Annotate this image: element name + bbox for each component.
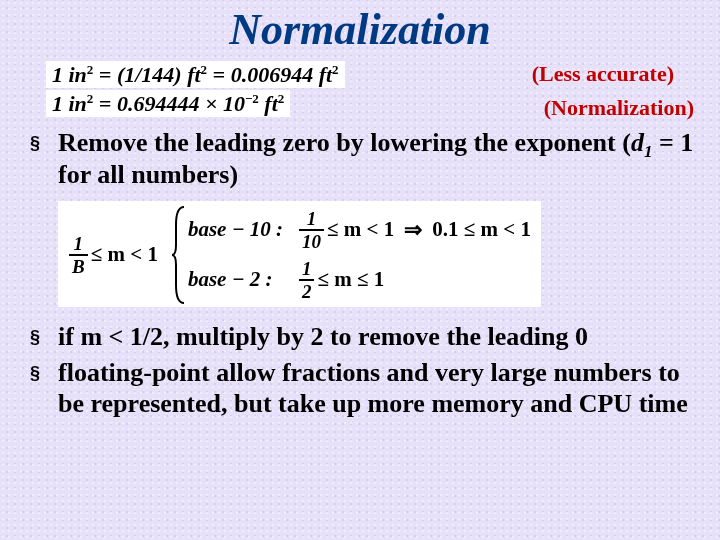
case-base-10: base − 10 : 1 10 ≤ m < 1 ⇒ 0.1 ≤ m < 1 xyxy=(188,205,531,255)
annotation-normalization: (Normalization) xyxy=(544,95,694,121)
eq1-tail: = 0.006944 ft xyxy=(207,62,332,87)
c2-num: 1 xyxy=(299,259,315,278)
bullet-3-text: floating-point allow fractions and very … xyxy=(58,357,698,420)
c1-rhs: 0.1 ≤ m < 1 xyxy=(432,219,531,240)
eq1-mid: = (1/144) ft xyxy=(93,62,200,87)
eq1-lhs: 1 in xyxy=(52,62,87,87)
case-base-2: base − 2 : 1 2 ≤ m ≤ 1 xyxy=(188,255,531,305)
c2-ineq: ≤ m ≤ 1 xyxy=(317,269,384,290)
eq2-sup2: −2 xyxy=(245,91,259,106)
equations-block: 1 in2 = (1/144) ft2 = 0.006944 ft2 1 in2… xyxy=(46,61,698,117)
bullet-3: § floating-point allow fractions and ver… xyxy=(30,357,698,420)
implies-arrow-icon: ⇒ xyxy=(404,219,422,241)
eq2-sup3: 2 xyxy=(278,91,285,106)
c1-ineq: ≤ m < 1 xyxy=(327,219,394,240)
bullet-1-a: Remove the leading zero by lowering the … xyxy=(58,128,631,157)
frac-1B-den: B xyxy=(69,257,88,276)
left-ineq: ≤ m < 1 xyxy=(91,244,158,265)
bullet-list: § Remove the leading zero by lowering th… xyxy=(22,127,698,190)
c1-den: 10 xyxy=(299,232,324,251)
eq2-mid: = 0.694444 × 10 xyxy=(93,91,245,116)
frac-1B-num: 1 xyxy=(71,234,87,253)
case1-label: base − 10 : xyxy=(188,219,296,240)
c1-num: 1 xyxy=(304,209,320,228)
eq2-tail: ft xyxy=(259,91,278,116)
frac-1-over-B: 1 B xyxy=(69,234,88,276)
bullet-mark-icon: § xyxy=(30,321,58,353)
case2-label: base − 2 : xyxy=(188,269,296,290)
annotation-less-accurate: (Less accurate) xyxy=(532,61,674,87)
bullet-list-2: § if m < 1/2, multiply by 2 to remove th… xyxy=(22,321,698,420)
bullet-1: § Remove the leading zero by lowering th… xyxy=(30,127,698,190)
left-brace-icon xyxy=(172,205,186,305)
eq1-sup3: 2 xyxy=(332,62,339,77)
bullet-mark-icon: § xyxy=(30,357,58,420)
bullet-mark-icon: § xyxy=(30,127,58,190)
cases-brace: base − 10 : 1 10 ≤ m < 1 ⇒ 0.1 ≤ m < 1 b… xyxy=(172,205,531,305)
c2-den: 2 xyxy=(299,282,315,301)
eq2-lhs: 1 in xyxy=(52,91,87,116)
math-cases-block: 1 B ≤ m < 1 base − 10 : 1 10 ≤ m < 1 xyxy=(58,201,698,307)
bullet-2-text: if m < 1/2, multiply by 2 to remove the … xyxy=(58,321,698,353)
bullet-2: § if m < 1/2, multiply by 2 to remove th… xyxy=(30,321,698,353)
bullet-1-d: d xyxy=(631,128,644,157)
page-title: Normalization xyxy=(22,4,698,55)
